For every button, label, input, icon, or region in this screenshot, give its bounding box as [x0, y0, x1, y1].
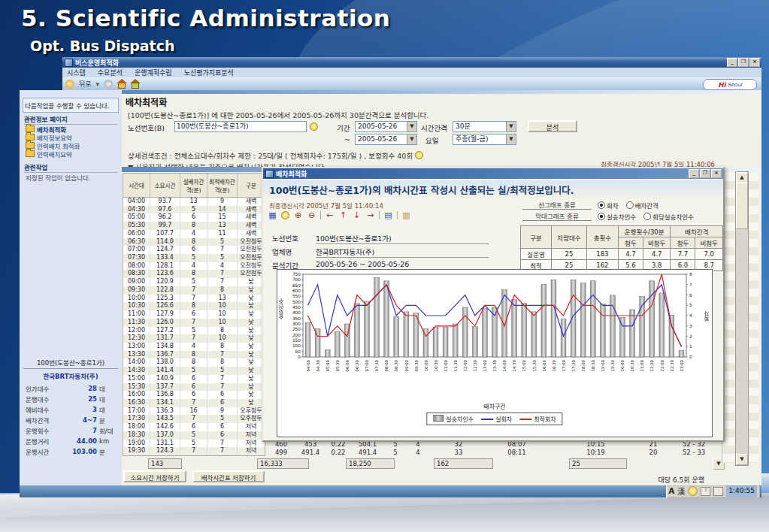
arrow-left-icon[interactable]: ←	[325, 210, 335, 220]
route-field: 노선번호 100번(도봉산~종로1가)	[272, 233, 489, 244]
arrow-up-icon[interactable]: ↑	[338, 210, 348, 220]
analyze-button[interactable]: 분석	[528, 120, 577, 132]
sidebar-item-0[interactable]: 배차최적화	[26, 125, 120, 133]
company-field: 업체명 한국BRT자동차(주)	[272, 246, 489, 258]
menu-route-evaluation[interactable]: 노선평가지표분석	[184, 68, 234, 77]
close-button[interactable]: ×	[749, 58, 760, 67]
right-axis-label: 회차	[704, 311, 711, 322]
legend-line-swatch	[519, 419, 531, 420]
condition-hint-icon[interactable]	[415, 151, 423, 159]
arrow-down-icon[interactable]: ↓	[352, 210, 362, 220]
arrow-right-icon[interactable]: →	[365, 210, 375, 220]
period-to-select[interactable]: 2005-05-26▼	[355, 134, 417, 145]
back-button-label[interactable]: 뒤로	[79, 79, 92, 89]
table-row: 15:30137.767낮	[123, 383, 265, 391]
svg-text:09:30: 09:30	[414, 359, 419, 371]
popup-minimize-button[interactable]: _	[689, 169, 699, 178]
svg-text:18:00: 18:00	[581, 359, 586, 371]
forward-icon[interactable]: →	[104, 80, 113, 89]
table-row: 07:30133.455오전첨두	[123, 254, 265, 262]
back-dropdown-icon[interactable]: ▾	[96, 80, 100, 88]
minimize-button[interactable]: _	[727, 58, 737, 67]
table-row: 06:30114.085오전첨두	[123, 238, 265, 246]
line-graph-option-1[interactable]: 배차간격	[626, 202, 658, 210]
restore-button[interactable]: ❐	[738, 58, 749, 67]
radio-icon	[643, 213, 651, 220]
svg-text:16:30: 16:30	[552, 359, 556, 371]
save-travel-time-button[interactable]: 소요시간 저장하기	[123, 470, 186, 482]
bg-table-row: 3308:1110:192052 - 33	[440, 449, 716, 457]
print-icon[interactable]: ▥	[401, 210, 411, 220]
popup-restore-button[interactable]: ❐	[700, 169, 710, 178]
ime-language-button[interactable]: A	[669, 487, 675, 495]
period-from-select[interactable]: 2005-05-26▼	[355, 121, 417, 132]
svg-text:06:00: 06:00	[345, 359, 350, 371]
popup-close-button[interactable]: ×	[711, 169, 722, 178]
sidebar-item-3[interactable]: 인력배치요약	[26, 150, 120, 158]
chevron-down-icon[interactable]: ▼	[407, 135, 416, 144]
schedule-table-header: 시간대 소요시간 실배차간격(분) 최적배차간격(분) 구분	[123, 174, 265, 198]
svg-text:13:30: 13:30	[492, 359, 497, 371]
chevron-down-icon[interactable]: ▼	[506, 122, 516, 131]
save-icon[interactable]: ▤	[383, 210, 393, 220]
sidebar-item-2[interactable]: 인력배치 최적화	[26, 141, 120, 150]
scroll-down-button[interactable]: ▼	[736, 454, 748, 465]
ime-help-icon[interactable]: ?	[701, 487, 710, 496]
chevron-down-icon[interactable]: ▼	[506, 135, 516, 144]
svg-text:15:00: 15:00	[522, 359, 526, 371]
svg-text:07:30: 07:30	[374, 359, 379, 371]
table-row: 10:30126.6810낮	[123, 302, 265, 310]
menu-system[interactable]: 시스템	[67, 68, 86, 77]
bg-total-4: 25	[569, 458, 627, 469]
popup-window: 배차최적화 _ ❐ × 100번(도봉산~종로1가)의 배차시간표 작성시 산출…	[262, 167, 725, 442]
menu-bar: 시스템 수요분석 운행계획수립 노선평가지표분석	[62, 68, 761, 78]
bg-total-2: 18,250	[346, 458, 395, 469]
bar-graph-option-0[interactable]: 실승차인수	[598, 213, 636, 221]
svg-text:750: 750	[292, 272, 301, 277]
table-row: 19:00131.157저녁	[123, 440, 265, 448]
svg-text:14:30: 14:30	[512, 359, 516, 371]
ime-hanja-button[interactable]: 漢	[677, 485, 685, 497]
back-icon[interactable]: ←	[65, 80, 74, 89]
sidebar-item-1[interactable]: 배차정보요약	[26, 133, 120, 141]
table-row: 14:00138.088낮	[123, 358, 265, 367]
svg-text:12:00: 12:00	[463, 359, 468, 371]
menu-operation-planning[interactable]: 운행계획수립	[135, 68, 172, 77]
table-row: 18:30137.056저녁	[123, 431, 265, 440]
scroll-up-button[interactable]: ▲	[736, 172, 748, 183]
svg-text:13:00: 13:00	[483, 359, 487, 371]
favorites-icon[interactable]	[131, 80, 140, 88]
time-interval-select[interactable]: 30분▼	[453, 121, 516, 132]
route-stat-row: 배차간격4~7분	[26, 415, 117, 425]
svg-text:650: 650	[292, 283, 301, 288]
bulb-icon[interactable]	[281, 211, 289, 219]
table-row: 08:30123.687오전첨두	[123, 270, 265, 278]
line-graph-option-0[interactable]: 회차	[598, 202, 619, 210]
scroll-thumb[interactable]	[736, 183, 748, 229]
route-number-input[interactable]: 100번(도봉산~종로1가)	[174, 121, 307, 132]
zoom-out-icon[interactable]: ⊖	[307, 210, 316, 220]
related-info-title: 관련정보 페이지	[24, 114, 117, 125]
line-graph-type-label: 선그래프 종류	[522, 200, 592, 210]
legend-item: 실승차인수	[433, 415, 474, 423]
svg-text:700: 700	[292, 277, 301, 282]
ime-options-icon[interactable]: :	[713, 487, 723, 496]
table-row: 08:00128.144오전첨두	[123, 262, 265, 271]
route-number-label: 노선번호(B)	[128, 122, 165, 133]
grid-icon[interactable]: ▦	[268, 210, 277, 220]
bg-table-left-rows: 4604530.22504.154499491.40.22491.454	[267, 440, 432, 457]
table-row: 06:00107.7411새벽	[123, 230, 265, 238]
window-titlebar: 버스운영최적화 _ ❐ ×	[62, 57, 761, 68]
day-select[interactable]: 주중(월-금)▼	[453, 134, 516, 145]
home-icon[interactable]	[117, 80, 126, 88]
menu-demand-analysis[interactable]: 수요분석	[98, 68, 123, 77]
bg-total-1: 16,333	[257, 458, 309, 469]
zoom-in-icon[interactable]: ⊕	[293, 210, 303, 220]
save-timetable-button[interactable]: 배차시간표 저장하기	[192, 470, 265, 482]
ime-mode-icon[interactable]	[688, 486, 698, 496]
svg-text:15:30: 15:30	[532, 359, 537, 371]
route-search-hint-icon[interactable]	[310, 122, 318, 131]
bar-graph-option-1[interactable]: 회당실승차인수	[643, 213, 694, 221]
vertical-scrollbar[interactable]: ▲ ▼	[735, 171, 749, 466]
chevron-down-icon[interactable]: ▼	[407, 122, 416, 131]
